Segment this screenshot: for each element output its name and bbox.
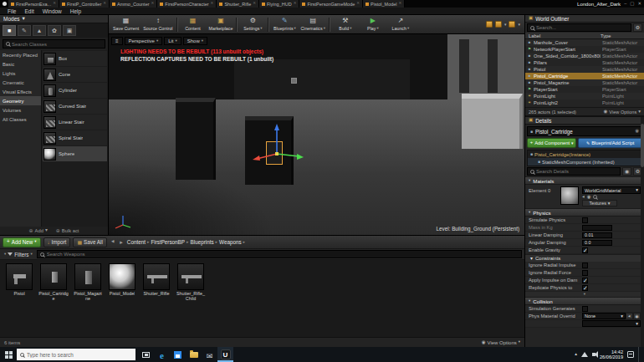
scene-structure[interactable] bbox=[234, 59, 410, 105]
save-current-button[interactable]: Save Current bbox=[111, 16, 141, 33]
task-view-button[interactable] bbox=[138, 347, 154, 362]
add-button[interactable]: Add bbox=[29, 228, 48, 233]
simulate-physics-checkbox[interactable] bbox=[582, 217, 588, 223]
outliner-search[interactable] bbox=[527, 23, 631, 32]
scene-white-block[interactable] bbox=[462, 94, 523, 149]
toolbar-extra-icon[interactable] bbox=[486, 21, 493, 28]
tab-firstpersoncharacter[interactable]: FirstPersonCharacter bbox=[157, 0, 217, 8]
maximize-icon[interactable] bbox=[630, 2, 634, 7]
ignore-radial-force-checkbox[interactable] bbox=[582, 270, 588, 276]
asset-tile-pistol-magazine[interactable]: Pistol_Magazine bbox=[73, 263, 103, 301]
place-item-cylinder[interactable]: Cylinder bbox=[43, 83, 107, 98]
menu-window[interactable]: Window bbox=[38, 8, 66, 14]
foliage-mode-icon[interactable] bbox=[48, 25, 61, 36]
mail-button[interactable] bbox=[202, 347, 217, 362]
scrollbar-thumb[interactable] bbox=[641, 124, 644, 167]
textures-dropdown[interactable]: Textures bbox=[582, 200, 617, 206]
breadcrumb-firstpersonbp[interactable]: FirstPersonBP bbox=[151, 239, 185, 245]
outliner-row[interactable]: PillarsStaticMeshActor bbox=[525, 59, 644, 66]
breadcrumb-blueprints[interactable]: Blueprints bbox=[191, 239, 214, 245]
physics-section-header[interactable]: Physics bbox=[525, 208, 644, 217]
menu-help[interactable]: Help bbox=[66, 8, 85, 14]
content-button[interactable]: Content bbox=[180, 16, 207, 33]
search-details-input[interactable] bbox=[536, 169, 617, 174]
outliner-row[interactable]: PointLightPointLight bbox=[525, 93, 644, 99]
import-button[interactable]: Import bbox=[43, 237, 71, 247]
static-mesh-component-row[interactable]: StaticMeshComponent (Inherited) bbox=[528, 158, 641, 166]
category-basic[interactable]: Basic bbox=[0, 59, 41, 69]
place-item-box[interactable]: Box bbox=[43, 51, 107, 66]
search-assets-input[interactable] bbox=[47, 252, 519, 257]
lit-button[interactable]: Lit bbox=[164, 37, 181, 45]
close-icon[interactable] bbox=[53, 2, 56, 6]
close-icon[interactable] bbox=[356, 2, 360, 6]
category-volumes[interactable]: Volumes bbox=[0, 105, 41, 115]
tab-firstp-controller[interactable]: FirstP_Controller bbox=[59, 0, 110, 8]
toolbar-extra-icon[interactable] bbox=[509, 21, 515, 28]
asset-tile-shutter-rifle-child[interactable]: Shutter_Rifle_Child bbox=[176, 263, 206, 301]
outliner-row-selected[interactable]: Pistol_CartridgeStaticMeshActor bbox=[525, 73, 644, 79]
place-item-sphere[interactable]: Sphere bbox=[43, 146, 107, 161]
add-component-button[interactable]: Add Component bbox=[527, 138, 576, 148]
outliner-row[interactable]: PistolStaticMeshActor bbox=[525, 66, 644, 73]
view-options-button[interactable]: View Options bbox=[482, 340, 520, 345]
asset-tile-pistol-cartridge[interactable]: Pistol_Cartridge bbox=[38, 263, 69, 301]
source-control-button[interactable]: Source Control bbox=[141, 16, 174, 33]
menu-file[interactable]: File bbox=[3, 8, 20, 14]
collision-section-header[interactable]: Collision bbox=[525, 297, 644, 305]
filters-button[interactable]: Filters bbox=[3, 252, 34, 257]
paint-mode-icon[interactable] bbox=[18, 25, 31, 36]
category-visual-effects[interactable]: Visual Effects bbox=[0, 87, 41, 96]
menu-edit[interactable]: Edit bbox=[20, 8, 38, 14]
material-dropdown[interactable]: WorldGridMaterial bbox=[582, 186, 641, 194]
close-icon[interactable] bbox=[294, 2, 297, 6]
details-eye-button[interactable] bbox=[622, 167, 631, 176]
world-outliner-tab[interactable]: World Outliner bbox=[525, 15, 644, 23]
category-geometry[interactable]: Geometry bbox=[0, 96, 41, 105]
category-recently-placed[interactable]: Recently Placed bbox=[0, 50, 41, 59]
asset-tile-pistol[interactable]: Pistol bbox=[4, 263, 34, 296]
outliner-row[interactable]: NetworkPlayerStartPlayerStart bbox=[525, 46, 644, 53]
network-icon[interactable] bbox=[581, 352, 588, 357]
place-item-linear-stair[interactable]: Linear Stair bbox=[43, 115, 107, 130]
asset-tile-pistol-model[interactable]: Pistol_Model bbox=[107, 263, 137, 296]
tab-firstpersongamemode[interactable]: FirstPersonGameMode bbox=[299, 0, 363, 8]
category-cinematic[interactable]: Cinematic bbox=[0, 78, 41, 87]
play-button[interactable]: Play bbox=[360, 16, 386, 33]
enable-gravity-checkbox[interactable] bbox=[582, 247, 588, 253]
close-icon[interactable] bbox=[103, 2, 106, 6]
build-button[interactable]: Build bbox=[332, 16, 359, 33]
phys-material-dropdown[interactable]: None bbox=[582, 313, 626, 319]
launch-button[interactable]: Launch bbox=[387, 16, 414, 33]
outliner-row[interactable]: PointLight2PointLight bbox=[525, 99, 644, 106]
search-icon[interactable] bbox=[593, 195, 597, 199]
place-item-spiral-stair[interactable]: Spiral Stair bbox=[43, 130, 107, 145]
search-classes-input[interactable] bbox=[12, 42, 102, 47]
details-tab[interactable]: Details bbox=[525, 117, 644, 125]
forward-icon[interactable] bbox=[118, 239, 125, 245]
edge-button[interactable] bbox=[154, 347, 170, 362]
close-icon[interactable] bbox=[211, 2, 214, 6]
browse-icon[interactable] bbox=[587, 195, 591, 199]
landscape-mode-icon[interactable] bbox=[33, 25, 46, 36]
instance-row[interactable]: Pistol_Cartridge(Instance) bbox=[528, 150, 641, 158]
volume-icon[interactable] bbox=[592, 353, 595, 356]
asset-tile-shutter-rifle[interactable]: Shutter_Rifle bbox=[141, 263, 171, 296]
taskbar-search-input[interactable] bbox=[27, 352, 132, 358]
perspective-button[interactable]: Perspective bbox=[125, 37, 163, 45]
bulk-act-button[interactable]: Bulk act bbox=[56, 228, 79, 233]
minimize-icon[interactable] bbox=[624, 2, 626, 7]
geometry-mode-icon[interactable] bbox=[63, 25, 76, 36]
outliner-search-input[interactable] bbox=[536, 25, 628, 30]
blueprint-add-script-button[interactable]: Blueprint/Add Script bbox=[578, 138, 642, 148]
constraints-subheader[interactable]: Constraints bbox=[525, 254, 644, 262]
asset-search[interactable] bbox=[37, 250, 522, 258]
place-item-curved-stair[interactable]: Curved Stair bbox=[43, 99, 107, 114]
close-icon[interactable] bbox=[253, 2, 256, 6]
outliner-row[interactable]: Pistol_MagazineStaticMeshActor bbox=[525, 79, 644, 86]
close-icon[interactable] bbox=[151, 2, 155, 6]
category-all-classes[interactable]: All Classes bbox=[0, 115, 41, 124]
tab-ammo-counter[interactable]: Ammo_Counter bbox=[110, 0, 157, 8]
close-icon[interactable] bbox=[399, 2, 402, 6]
apply-impulse-checkbox[interactable] bbox=[582, 278, 588, 283]
